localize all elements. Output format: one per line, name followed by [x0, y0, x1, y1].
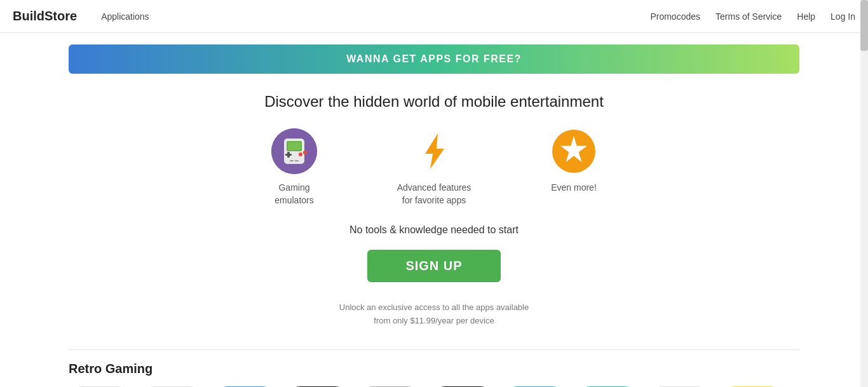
- svg-rect-8: [290, 160, 294, 161]
- nav-login[interactable]: Log In: [831, 11, 855, 22]
- svg-marker-10: [425, 133, 444, 169]
- features-row: Gamingemulators Advanced featuresfor fav…: [13, 128, 855, 207]
- gameboy-svg: [271, 128, 317, 174]
- nav-applications[interactable]: Applications: [96, 9, 154, 24]
- hero-section: Discover the hidden world of mobile ente…: [0, 74, 868, 334]
- hero-subtitle: No tools & knowledge needed to start: [13, 224, 855, 236]
- nav-right: Promocodes Terms of Service Help Log In: [650, 11, 855, 22]
- feature-gaming: Gamingemulators: [250, 128, 339, 207]
- svg-point-7: [303, 151, 307, 154]
- svg-rect-3: [288, 142, 301, 150]
- logo[interactable]: BuildStore: [13, 9, 77, 24]
- gaming-label: Gamingemulators: [275, 182, 313, 207]
- retro-title: Retro Gaming: [69, 362, 799, 376]
- star-icon: [551, 128, 597, 174]
- star-svg: [551, 128, 597, 174]
- evenmore-label: Even more!: [551, 182, 597, 194]
- lightning-icon: [411, 128, 457, 174]
- hero-note-line1: Unlock an exclusive access to all the ap…: [13, 301, 855, 328]
- svg-rect-9: [295, 160, 299, 161]
- promo-banner[interactable]: WANNA GET APPS FOR FREE?: [69, 44, 799, 74]
- svg-rect-5: [287, 152, 290, 158]
- retro-gaming-section: Retro Gaming: [0, 350, 868, 387]
- nav-terms[interactable]: Terms of Service: [715, 11, 782, 22]
- lightning-svg: [411, 128, 457, 174]
- nav-help[interactable]: Help: [797, 11, 815, 22]
- signup-button[interactable]: SIGN UP: [367, 250, 500, 282]
- svg-point-6: [299, 153, 302, 156]
- header: BuildStore Applications Promocodes Terms…: [0, 0, 868, 33]
- banner-text: WANNA GET APPS FOR FREE?: [346, 53, 522, 65]
- gameboy-icon: [271, 128, 317, 174]
- scrollbar[interactable]: [860, 0, 868, 387]
- feature-advanced: Advanced featuresfor favorite apps: [390, 128, 478, 207]
- nav-left: Applications: [96, 9, 154, 24]
- scrollbar-thumb[interactable]: [860, 0, 868, 51]
- feature-evenmore: Even more!: [529, 128, 618, 207]
- nav-promocodes[interactable]: Promocodes: [650, 11, 700, 22]
- advanced-label: Advanced featuresfor favorite apps: [397, 182, 471, 207]
- hero-title: Discover the hidden world of mobile ente…: [13, 93, 855, 111]
